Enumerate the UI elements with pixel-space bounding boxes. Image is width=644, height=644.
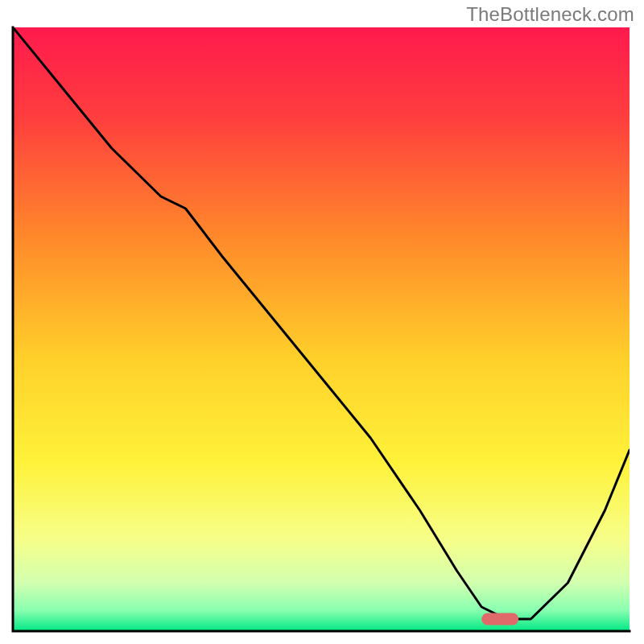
- chart-container: TheBottleneck.com: [0, 0, 644, 644]
- bottleneck-chart: [0, 0, 644, 644]
- optimal-marker: [481, 613, 518, 625]
- gradient-background: [13, 27, 630, 631]
